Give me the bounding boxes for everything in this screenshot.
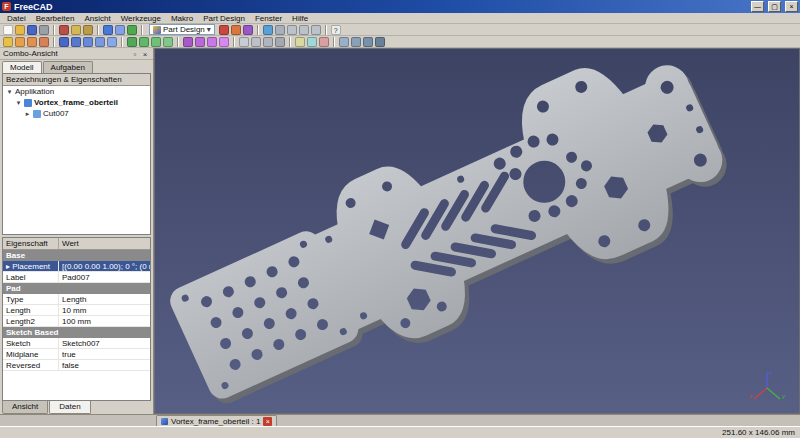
print-icon[interactable] <box>39 25 49 35</box>
property-row-label[interactable]: LabelPad007 <box>3 272 150 283</box>
property-header-value: Wert <box>59 238 150 249</box>
menu-datei[interactable]: Datei <box>2 14 31 23</box>
tree-item-cut007[interactable]: ▸Cut007 <box>3 108 150 119</box>
menu-fenster[interactable]: Fenster <box>250 14 287 23</box>
menu-bar: DateiBearbeitenAnsichtWerkzeugeMakroPart… <box>0 13 800 24</box>
menu-makro[interactable]: Makro <box>166 14 198 23</box>
subtractive-pipe-icon[interactable] <box>107 37 117 47</box>
clone-icon[interactable] <box>307 37 317 47</box>
tree-item-vortex-frame-oberteil[interactable]: ▾Vortex_frame_oberteil <box>3 97 150 108</box>
save-icon[interactable] <box>27 25 37 35</box>
sketch-edit-icon[interactable] <box>231 25 241 35</box>
close-panel-icon[interactable]: × <box>140 49 150 59</box>
datum-plane-icon[interactable] <box>263 37 273 47</box>
model-vortex-frame[interactable] <box>154 48 747 414</box>
copy-icon[interactable] <box>71 25 81 35</box>
view-top-icon[interactable] <box>299 25 309 35</box>
property-row-length2[interactable]: Length2100 mm <box>3 316 150 327</box>
zoom-out-icon[interactable] <box>351 37 361 47</box>
axis-cross-widget: z x y <box>746 366 788 406</box>
property-group-sketch-based[interactable]: Sketch Based <box>3 327 150 338</box>
cut-icon[interactable] <box>59 25 69 35</box>
zoom-in-icon[interactable] <box>339 37 349 47</box>
view-front-icon[interactable] <box>287 25 297 35</box>
rotate-view-icon[interactable] <box>363 37 373 47</box>
property-header-name: Eigenschaft <box>3 238 59 249</box>
chamfer-icon[interactable] <box>139 37 149 47</box>
tree-item-label: Cut007 <box>43 109 69 118</box>
close-tab-icon[interactable]: × <box>263 417 272 426</box>
property-row-placement[interactable]: ▸ Placement[(0.00 0.00 1.00); 0 °; (0 mm… <box>3 261 150 272</box>
new-document-icon[interactable] <box>3 25 13 35</box>
tab-modell[interactable]: Modell <box>2 61 42 73</box>
workbench-selector[interactable]: Part Design ▾ <box>149 24 215 35</box>
mirrored-icon[interactable] <box>183 37 193 47</box>
menu-werkzeuge[interactable]: Werkzeuge <box>116 14 166 23</box>
document-tab[interactable]: Vortex_frame_oberteil : 1 × <box>156 415 277 426</box>
additive-loft-icon[interactable] <box>27 37 37 47</box>
menu-bearbeiten[interactable]: Bearbeiten <box>31 14 80 23</box>
draft-icon[interactable] <box>151 37 161 47</box>
maximize-button[interactable]: ▢ <box>768 1 781 12</box>
polar-pattern-icon[interactable] <box>207 37 217 47</box>
tab-daten[interactable]: Daten <box>49 401 90 414</box>
groove-icon[interactable] <box>83 37 93 47</box>
datum-line-icon[interactable] <box>251 37 261 47</box>
partdesign-toolbar <box>0 36 800 48</box>
fillet-icon[interactable] <box>127 37 137 47</box>
local-coordinate-system-icon[interactable] <box>275 37 285 47</box>
view-isometric-icon[interactable] <box>275 25 285 35</box>
redo-icon[interactable] <box>115 25 125 35</box>
minimize-button[interactable]: — <box>751 1 764 12</box>
property-row-sketch[interactable]: SketchSketch007 <box>3 338 150 349</box>
property-group-pad[interactable]: Pad <box>3 283 150 294</box>
menu-ansicht[interactable]: Ansicht <box>79 14 115 23</box>
boolean-operation-icon[interactable] <box>319 37 329 47</box>
sketch-create-icon[interactable] <box>219 25 229 35</box>
property-row-reversed[interactable]: Reversedfalse <box>3 360 150 371</box>
tree-column-header: Bezeichnungen & Eigenschaften <box>3 74 150 86</box>
open-file-icon[interactable] <box>15 25 25 35</box>
pocket-icon[interactable] <box>59 37 69 47</box>
pan-view-icon[interactable] <box>375 37 385 47</box>
thickness-icon[interactable] <box>163 37 173 47</box>
property-row-midplane[interactable]: Midplanetrue <box>3 349 150 360</box>
multitransform-icon[interactable] <box>219 37 229 47</box>
property-row-type[interactable]: TypeLength <box>3 294 150 305</box>
view-fit-icon[interactable] <box>263 25 273 35</box>
menu-hilfe[interactable]: Hilfe <box>287 14 313 23</box>
shapebinder-icon[interactable] <box>295 37 305 47</box>
paste-icon[interactable] <box>83 25 93 35</box>
datum-point-icon[interactable] <box>239 37 249 47</box>
subtractive-loft-icon[interactable] <box>95 37 105 47</box>
tree-body: ▾Applikation▾Vortex_frame_oberteil▸Cut00… <box>3 86 150 119</box>
refresh-icon[interactable] <box>127 25 137 35</box>
float-panel-icon[interactable]: ▫ <box>130 49 140 59</box>
3d-viewport[interactable]: z x y <box>154 48 800 414</box>
sketch-map-icon[interactable] <box>243 25 253 35</box>
hole-icon[interactable] <box>71 37 81 47</box>
additive-pipe-icon[interactable] <box>39 37 49 47</box>
view-right-icon[interactable] <box>311 25 321 35</box>
tab-ansicht[interactable]: Ansicht <box>2 401 48 414</box>
caret-down-icon[interactable]: ▾ <box>15 99 22 107</box>
undo-icon[interactable] <box>103 25 113 35</box>
menu-part-design[interactable]: Part Design <box>198 14 250 23</box>
tab-aufgaben[interactable]: Aufgaben <box>43 61 93 73</box>
3d-scene[interactable] <box>154 48 800 414</box>
property-name: Type <box>3 294 59 304</box>
status-bar: 251.60 x 146.06 mm <box>0 426 800 438</box>
window-title: FreeCAD <box>14 2 747 12</box>
revolution-icon[interactable] <box>15 37 25 47</box>
whats-this-icon[interactable]: ? <box>331 25 341 35</box>
close-button[interactable]: × <box>785 1 798 12</box>
linear-pattern-icon[interactable] <box>195 37 205 47</box>
pad-icon[interactable] <box>3 37 13 47</box>
combo-view-panel-header[interactable]: Combo-Ansicht ▫ × <box>0 48 153 60</box>
property-value: Pad007 <box>59 272 150 282</box>
caret-right-icon[interactable]: ▸ <box>24 110 31 118</box>
tree-item-applikation[interactable]: ▾Applikation <box>3 86 150 97</box>
property-row-length[interactable]: Length10 mm <box>3 305 150 316</box>
caret-down-icon[interactable]: ▾ <box>6 88 13 96</box>
property-group-base[interactable]: Base <box>3 250 150 261</box>
